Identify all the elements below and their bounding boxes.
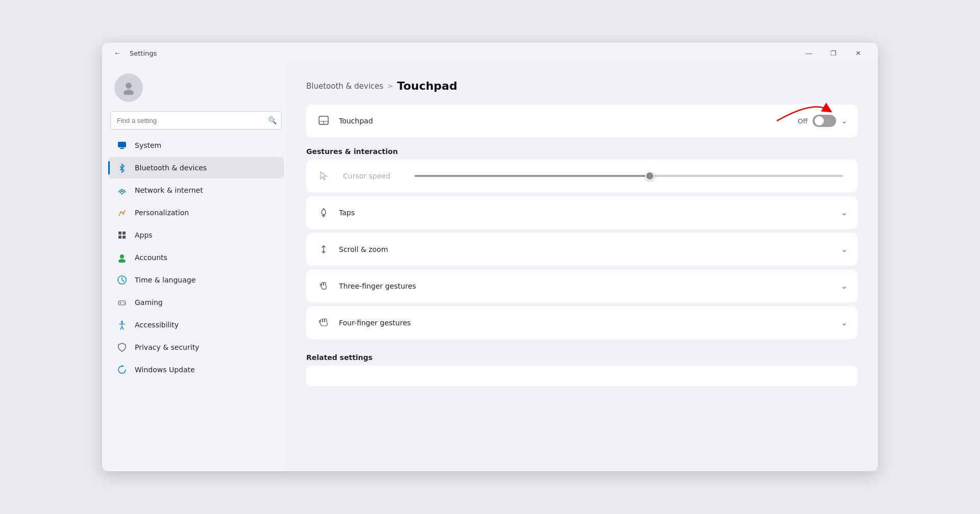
- main-content: Bluetooth & devices > Touchpad: [286, 63, 878, 471]
- svg-rect-5: [118, 232, 121, 235]
- sidebar-item-personalization-label: Personalization: [135, 209, 189, 217]
- sidebar-item-accessibility-label: Accessibility: [135, 321, 179, 329]
- maximize-button[interactable]: ❐: [822, 45, 845, 61]
- gaming-icon: [116, 297, 128, 308]
- four-finger-label: Four-finger gestures: [339, 319, 833, 327]
- related-settings-row: [306, 366, 857, 386]
- apps-icon: [116, 229, 128, 241]
- user-avatar-section: [106, 67, 286, 110]
- scroll-zoom-card: Scroll & zoom ⌄: [306, 233, 857, 266]
- titlebar: ← Settings — ❐ ✕: [102, 43, 878, 63]
- minimize-button[interactable]: —: [797, 45, 821, 61]
- privacy-icon: [116, 342, 128, 353]
- svg-point-10: [118, 259, 126, 263]
- time-icon: [116, 274, 128, 286]
- sidebar: 🔍 System Bluetooth & device: [102, 63, 286, 471]
- touchpad-icon: [316, 114, 331, 128]
- touchpad-card-wrap: Touchpad Off ⌄: [306, 105, 857, 137]
- accounts-icon: [116, 252, 128, 263]
- three-finger-icon: [316, 279, 331, 293]
- svg-point-16: [124, 303, 125, 304]
- touchpad-card: Touchpad Off ⌄: [306, 105, 857, 137]
- cursor-speed-card: Cursor speed: [306, 160, 857, 192]
- cursor-icon: [316, 169, 331, 183]
- svg-point-0: [126, 83, 132, 89]
- gestures-section-title: Gestures & interaction: [306, 147, 857, 156]
- touchpad-chevron[interactable]: ⌄: [841, 117, 847, 125]
- sidebar-item-update[interactable]: Windows Update: [108, 359, 284, 380]
- sidebar-item-network[interactable]: Network & internet: [108, 179, 284, 201]
- sidebar-item-privacy[interactable]: Privacy & security: [108, 337, 284, 358]
- scroll-zoom-row[interactable]: Scroll & zoom ⌄: [306, 233, 857, 266]
- sidebar-item-time[interactable]: Time & language: [108, 269, 284, 291]
- cursor-speed-slider[interactable]: [414, 175, 843, 177]
- cursor-speed-row: Cursor speed: [306, 160, 857, 192]
- system-icon: [116, 140, 128, 151]
- svg-point-1: [124, 90, 134, 95]
- breadcrumb-parent: Bluetooth & devices: [306, 82, 383, 91]
- touchpad-toggle[interactable]: [813, 115, 836, 127]
- scroll-zoom-chevron-wrap: ⌄: [841, 245, 847, 253]
- svg-point-17: [121, 321, 123, 323]
- four-finger-icon: [316, 316, 331, 330]
- sidebar-item-bluetooth[interactable]: Bluetooth & devices: [108, 157, 284, 178]
- sidebar-item-accessibility[interactable]: Accessibility: [108, 314, 284, 336]
- three-finger-chevron[interactable]: ⌄: [841, 282, 847, 290]
- sidebar-item-apps-label: Apps: [135, 231, 153, 239]
- sidebar-item-accounts[interactable]: Accounts: [108, 247, 284, 268]
- search-input[interactable]: [110, 111, 282, 130]
- sidebar-item-gaming-label: Gaming: [135, 298, 163, 306]
- touchpad-row: Touchpad Off ⌄: [306, 105, 857, 137]
- taps-card: Taps ⌄: [306, 196, 857, 229]
- svg-point-9: [120, 254, 124, 259]
- breadcrumb: Bluetooth & devices > Touchpad: [306, 80, 857, 92]
- scroll-zoom-label: Scroll & zoom: [339, 245, 833, 253]
- scroll-zoom-chevron[interactable]: ⌄: [841, 245, 847, 253]
- cursor-speed-label: Cursor speed: [343, 172, 404, 180]
- svg-rect-7: [118, 236, 121, 239]
- four-finger-card: Four-finger gestures ⌄: [306, 306, 857, 339]
- breadcrumb-current: Touchpad: [397, 80, 457, 92]
- accessibility-icon: [116, 319, 128, 330]
- taps-chevron[interactable]: ⌄: [841, 209, 847, 217]
- taps-chevron-wrap: ⌄: [841, 209, 847, 217]
- svg-rect-6: [122, 232, 126, 235]
- sidebar-item-system-label: System: [135, 141, 161, 149]
- breadcrumb-separator: >: [387, 82, 393, 90]
- sidebar-item-privacy-label: Privacy & security: [135, 343, 199, 351]
- sidebar-item-apps[interactable]: Apps: [108, 224, 284, 246]
- touchpad-toggle-label: Off: [798, 117, 807, 125]
- toggle-thumb: [815, 116, 824, 125]
- related-settings-title: Related settings: [306, 353, 857, 362]
- sidebar-item-accounts-label: Accounts: [135, 253, 167, 262]
- taps-row[interactable]: Taps ⌄: [306, 196, 857, 229]
- sidebar-item-system[interactable]: System: [108, 135, 284, 156]
- settings-window: ← Settings — ❐ ✕ 🔍: [102, 43, 878, 471]
- four-finger-chevron-wrap: ⌄: [841, 319, 847, 327]
- sidebar-item-network-label: Network & internet: [135, 186, 203, 194]
- four-finger-chevron[interactable]: ⌄: [841, 319, 847, 327]
- update-icon: [116, 364, 128, 375]
- svg-point-15: [123, 302, 124, 303]
- touchpad-label: Touchpad: [339, 117, 790, 125]
- close-button[interactable]: ✕: [846, 45, 870, 61]
- personalization-icon: [116, 207, 128, 218]
- svg-point-4: [121, 193, 123, 195]
- taps-icon: [316, 205, 331, 220]
- four-finger-row[interactable]: Four-finger gestures ⌄: [306, 306, 857, 339]
- sidebar-item-gaming[interactable]: Gaming: [108, 292, 284, 313]
- three-finger-row[interactable]: Three-finger gestures ⌄: [306, 270, 857, 302]
- titlebar-left: ← Settings: [110, 46, 797, 60]
- related-settings-card: [306, 366, 857, 386]
- taps-label: Taps: [339, 209, 833, 217]
- three-finger-card: Three-finger gestures ⌄: [306, 270, 857, 302]
- three-finger-label: Three-finger gestures: [339, 282, 833, 290]
- back-button[interactable]: ←: [110, 46, 125, 60]
- titlebar-title: Settings: [130, 49, 157, 57]
- search-icon: 🔍: [268, 116, 277, 124]
- sidebar-item-personalization[interactable]: Personalization: [108, 202, 284, 223]
- touchpad-controls: Off ⌄: [798, 115, 847, 127]
- sidebar-item-bluetooth-label: Bluetooth & devices: [135, 164, 207, 172]
- scroll-zoom-icon: [316, 242, 331, 256]
- svg-rect-3: [120, 148, 124, 149]
